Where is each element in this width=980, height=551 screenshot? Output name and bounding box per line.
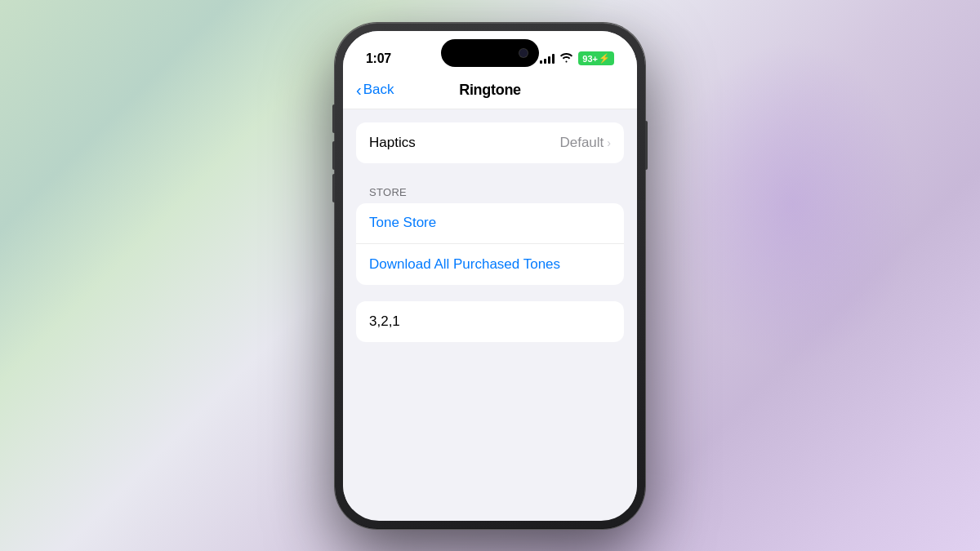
status-time: 1:07 bbox=[366, 51, 391, 66]
haptics-label: Haptics bbox=[369, 135, 416, 151]
signal-bar-1 bbox=[540, 60, 542, 64]
wifi-icon bbox=[559, 52, 573, 65]
content-area: Haptics Default › STORE Tone Store Downl… bbox=[343, 109, 637, 509]
store-list: Tone Store Download All Purchased Tones bbox=[356, 203, 624, 285]
store-section: STORE Tone Store Download All Purchased … bbox=[356, 180, 624, 285]
haptics-value-text: Default bbox=[559, 135, 604, 151]
status-bar: 1:07 93+ bbox=[343, 31, 637, 75]
ringtone-list-section: 3,2,1 bbox=[356, 301, 624, 342]
haptics-value: Default › bbox=[559, 135, 611, 151]
ringtone-321-row[interactable]: 3,2,1 bbox=[356, 301, 624, 342]
battery-indicator: 93+ ⚡ bbox=[578, 51, 614, 65]
navigation-bar: ‹ Back Ringtone bbox=[343, 75, 637, 109]
tone-store-label: Tone Store bbox=[369, 215, 436, 231]
signal-bar-4 bbox=[552, 54, 555, 64]
status-icons: 93+ ⚡ bbox=[540, 51, 614, 65]
back-label: Back bbox=[363, 82, 394, 98]
tone-store-row[interactable]: Tone Store bbox=[356, 203, 624, 244]
haptics-row[interactable]: Haptics Default › bbox=[356, 122, 624, 163]
signal-bars-icon bbox=[540, 54, 555, 64]
download-purchased-row[interactable]: Download All Purchased Tones bbox=[356, 244, 624, 285]
ringtone-321-label: 3,2,1 bbox=[369, 313, 400, 330]
haptics-section: Haptics Default › bbox=[356, 122, 624, 163]
dynamic-island bbox=[441, 39, 539, 67]
back-button[interactable]: ‹ Back bbox=[356, 82, 394, 98]
store-section-header: STORE bbox=[356, 180, 624, 203]
phone-device: 1:07 93+ bbox=[335, 23, 645, 529]
battery-level: 93+ ⚡ bbox=[578, 51, 614, 65]
back-chevron-icon: ‹ bbox=[356, 82, 362, 98]
download-purchased-label: Download All Purchased Tones bbox=[369, 256, 560, 273]
signal-bar-3 bbox=[548, 56, 550, 64]
signal-bar-2 bbox=[544, 59, 546, 64]
page-title: Ringtone bbox=[459, 82, 521, 99]
phone-screen: 1:07 93+ bbox=[343, 31, 637, 521]
haptics-chevron-icon: › bbox=[607, 136, 611, 149]
